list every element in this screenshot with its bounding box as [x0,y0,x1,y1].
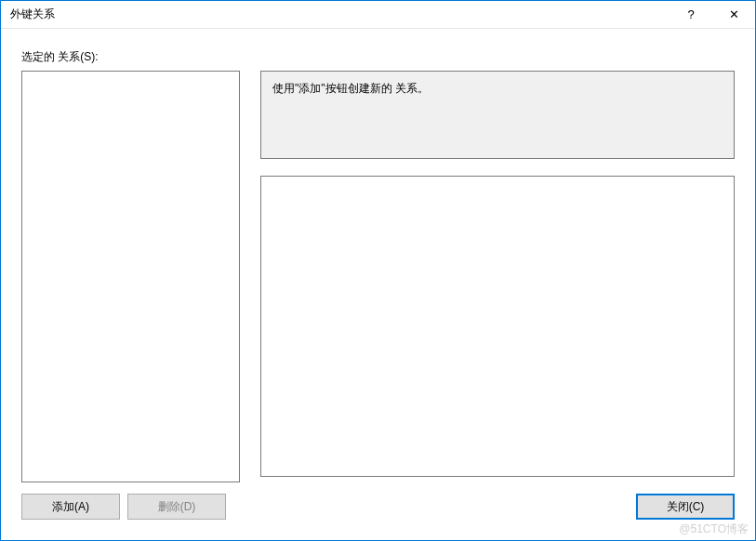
titlebar: 外键关系 ? ✕ [1,1,755,29]
titlebar-controls: ? ✕ [670,1,755,28]
dialog-content: 选定的 关系(S): 添加(A) 删除(D) 使用"添加"按钮创建新的 关系。 … [1,29,755,540]
info-message-box: 使用"添加"按钮创建新的 关系。 [260,71,735,159]
left-button-row: 添加(A) 删除(D) [21,494,240,520]
add-button[interactable]: 添加(A) [21,494,120,520]
right-column: 使用"添加"按钮创建新的 关系。 关闭(C) [260,71,735,520]
main-area: 添加(A) 删除(D) 使用"添加"按钮创建新的 关系。 关闭(C) [21,71,735,520]
foreign-key-dialog: 外键关系 ? ✕ 选定的 关系(S): 添加(A) 删除(D) [0,0,756,541]
close-button[interactable]: 关闭(C) [636,494,735,520]
relations-listbox[interactable] [21,71,240,482]
close-icon: ✕ [729,7,739,21]
footer-row: 关闭(C) [260,494,735,520]
info-message-text: 使用"添加"按钮创建新的 关系。 [272,82,429,95]
selected-relation-label: 选定的 关系(S): [21,49,735,65]
left-column: 添加(A) 删除(D) [21,71,240,520]
help-button[interactable]: ? [670,1,712,28]
help-icon: ? [687,7,694,21]
dialog-title: 外键关系 [10,7,670,22]
delete-button: 删除(D) [127,494,226,520]
titlebar-close-button[interactable]: ✕ [712,1,755,28]
relation-details-box [260,176,735,477]
